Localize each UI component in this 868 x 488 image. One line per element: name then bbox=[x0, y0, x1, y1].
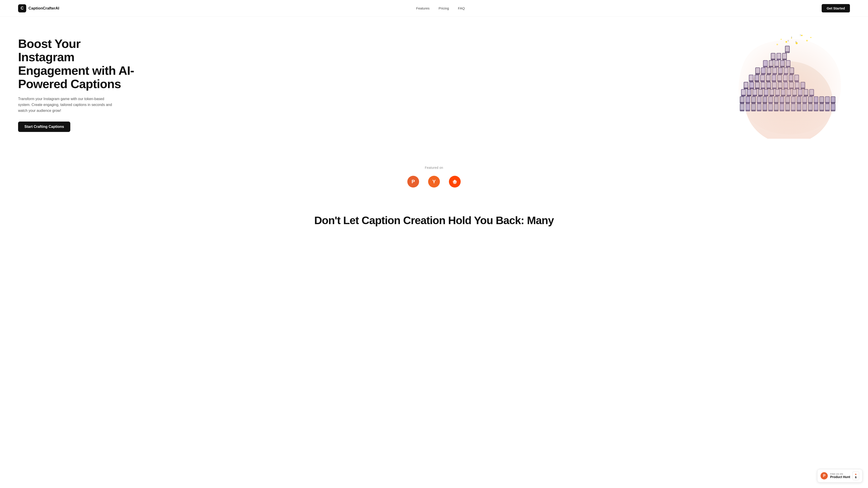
hero-section: Boost Your Instagram Engagement with AI-… bbox=[0, 17, 868, 157]
svg-point-182 bbox=[456, 182, 456, 182]
featured-label: Featured on bbox=[425, 166, 443, 169]
logo-icon: C bbox=[18, 4, 26, 12]
upvote-arrow-icon: ▲ bbox=[855, 473, 857, 475]
hero-blob-svg bbox=[728, 30, 850, 139]
y-combinator-icon[interactable]: Y bbox=[428, 176, 440, 188]
nav-link-features[interactable]: Features bbox=[416, 6, 430, 10]
ph-find-us-label: FIND US ON bbox=[830, 473, 850, 475]
svg-point-185 bbox=[456, 181, 457, 182]
product-hunt-icon[interactable]: P bbox=[407, 176, 419, 188]
reddit-logo-svg bbox=[452, 178, 458, 185]
ph-upvote-button[interactable]: ▲ 6 bbox=[852, 471, 859, 480]
hero-subtitle: Transform your Instagram game with our t… bbox=[18, 96, 113, 113]
svg-point-186 bbox=[453, 181, 454, 182]
featured-icons-row: P Y bbox=[407, 176, 461, 188]
reddit-icon[interactable] bbox=[449, 176, 461, 188]
ph-name-label: Product Hunt bbox=[830, 475, 850, 479]
hero-image: 0 1 0 1 bbox=[728, 30, 850, 139]
ph-badge-text-block: FIND US ON Product Hunt bbox=[830, 473, 850, 479]
nav-links: Features Pricing FAQ bbox=[416, 6, 465, 10]
ph-badge-logo-icon: P bbox=[820, 472, 828, 480]
nav-get-started-button[interactable]: Get Started bbox=[822, 4, 850, 12]
nav-logo[interactable]: C CaptionCrafterAI bbox=[18, 4, 59, 12]
nav-link-pricing[interactable]: Pricing bbox=[438, 6, 449, 10]
bottom-section: Don't Let Caption Creation Hold You Back… bbox=[0, 201, 868, 236]
hero-cta-button[interactable]: Start Crafting Captions bbox=[18, 122, 70, 132]
bottom-title: Don't Let Caption Creation Hold You Back… bbox=[18, 215, 850, 227]
product-hunt-badge[interactable]: P FIND US ON Product Hunt ▲ 6 bbox=[817, 469, 863, 483]
brand-name: CaptionCrafterAI bbox=[29, 6, 59, 11]
hero-title: Boost Your Instagram Engagement with AI-… bbox=[18, 37, 135, 91]
navbar: C CaptionCrafterAI Features Pricing FAQ … bbox=[0, 0, 868, 17]
upvote-count: 6 bbox=[855, 476, 857, 479]
nav-link-faq[interactable]: FAQ bbox=[458, 6, 465, 10]
featured-section: Featured on P Y bbox=[0, 157, 868, 201]
hero-text-block: Boost Your Instagram Engagement with AI-… bbox=[18, 37, 135, 132]
svg-point-181 bbox=[454, 182, 454, 182]
